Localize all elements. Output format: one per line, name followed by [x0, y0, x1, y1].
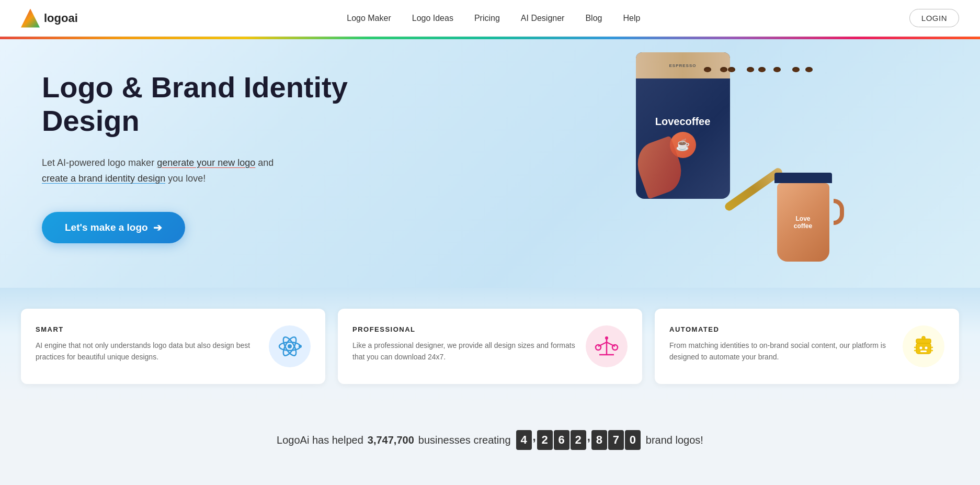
feature-text-automated: AUTOMATED From matching identities to on… — [669, 325, 892, 363]
logo-icon — [21, 9, 40, 28]
hero-desc-suffix: you love! — [165, 173, 206, 184]
nav-link-ai-designer[interactable]: AI Designer — [521, 14, 565, 23]
feature-text-professional: PROFESSIONAL Like a professional designe… — [352, 325, 575, 363]
nav-link-blog[interactable]: Blog — [585, 14, 602, 23]
coffee-cup: Lovecoffee — [772, 173, 835, 277]
stats-middle: businesses creating — [418, 434, 511, 446]
bottom-strips — [0, 475, 980, 485]
cta-arrow-icon: ➔ — [153, 221, 162, 234]
feature-icon-smart — [269, 325, 311, 367]
svg-rect-14 — [925, 346, 928, 349]
digit-4: 4 — [516, 430, 532, 450]
nav-link-help[interactable]: Help — [623, 14, 640, 23]
feature-icon-professional — [586, 325, 628, 367]
digit-2b: 2 — [571, 430, 586, 450]
hero-image: ESPRESSO Lovecoffee ☕ — [490, 37, 980, 288]
stats-main-number: 3,747,700 — [368, 434, 414, 446]
coffee-bean — [720, 67, 727, 72]
nav-link-pricing[interactable]: Pricing — [474, 14, 500, 23]
hero-link-generate[interactable]: generate your new logo — [157, 157, 255, 168]
digit-sep-2: , — [587, 430, 590, 450]
hero-desc-prefix: Let AI-powered logo maker — [42, 157, 157, 168]
logo[interactable]: logoai — [21, 9, 78, 28]
stats-prefix: LogoAi has helped — [277, 434, 363, 446]
cup-body: Lovecoffee — [777, 183, 829, 262]
feature-desc-automated: From matching identities to on-brand soc… — [669, 340, 892, 363]
stats-section: LogoAi has helped 3,747,700 businesses c… — [0, 405, 980, 475]
feature-tag-automated: AUTOMATED — [669, 325, 892, 333]
feature-tag-professional: PROFESSIONAL — [352, 325, 575, 333]
logo-text: logoai — [44, 12, 78, 25]
bag-brand-name: Lovecoffee — [655, 116, 711, 128]
login-button[interactable]: LOGIN — [909, 9, 959, 27]
cup-handle — [834, 199, 844, 225]
nav-links: Logo Maker Logo Ideas Pricing AI Designe… — [347, 14, 640, 23]
coffee-beans — [703, 63, 813, 75]
stats-suffix: brand logos! — [646, 434, 703, 446]
svg-point-4 — [299, 345, 302, 348]
svg-rect-13 — [919, 346, 922, 349]
nav-link-logo-maker[interactable]: Logo Maker — [347, 14, 391, 23]
cta-label: Let's make a logo — [65, 222, 148, 233]
nav-link-logo-ideas[interactable]: Logo Ideas — [412, 14, 453, 23]
feature-text-smart: SMART AI engine that not only understand… — [36, 325, 258, 363]
hero-section: Logo & Brand Identity Design Let AI-powe… — [0, 37, 980, 288]
digit-7: 7 — [608, 430, 624, 450]
hero-content: Logo & Brand Identity Design Let AI-powe… — [42, 71, 397, 243]
digit-8: 8 — [591, 430, 607, 450]
feature-card-automated: AUTOMATED From matching identities to on… — [655, 309, 959, 384]
coffee-bean — [773, 67, 781, 72]
svg-point-9 — [596, 345, 601, 350]
cup-lid — [774, 173, 832, 183]
cup-brand-text: Lovecoffee — [794, 215, 812, 230]
stats-text: LogoAi has helped 3,747,700 businesses c… — [277, 430, 703, 450]
digit-sep-1: , — [533, 430, 536, 450]
svg-point-3 — [288, 344, 292, 348]
feature-desc-professional: Like a professional designer, we provide… — [352, 340, 575, 363]
coffee-scene: ESPRESSO Lovecoffee ☕ — [625, 42, 845, 283]
feature-card-smart: SMART AI engine that not only understand… — [21, 309, 325, 384]
bag-body: Lovecoffee ☕ — [636, 78, 730, 199]
navbar: logoai Logo Maker Logo Ideas Pricing AI … — [0, 0, 980, 37]
digit-6: 6 — [554, 430, 569, 450]
atom-icon — [277, 334, 302, 359]
robot-icon — [911, 334, 936, 359]
hero-link-brand[interactable]: create a brand identity design — [42, 173, 165, 184]
coffee-bean — [728, 67, 735, 72]
coffee-bean — [747, 67, 754, 72]
digit-0: 0 — [625, 430, 641, 450]
digit-2: 2 — [537, 430, 553, 450]
svg-point-18 — [922, 336, 925, 340]
hero-description: Let AI-powered logo maker generate your … — [42, 155, 397, 187]
svg-rect-15 — [920, 351, 927, 352]
feature-card-professional: PROFESSIONAL Like a professional designe… — [338, 309, 642, 384]
feature-tag-smart: SMART — [36, 325, 258, 333]
counter-digits: 4 , 2 6 2 , 8 7 0 — [516, 430, 641, 450]
coffee-bean — [758, 67, 766, 72]
svg-point-11 — [605, 336, 608, 340]
svg-point-10 — [612, 345, 618, 350]
coffee-bean — [792, 67, 800, 72]
feature-desc-smart: AI engine that not only understands logo… — [36, 340, 258, 363]
coffee-bean — [805, 67, 813, 72]
feature-icon-automated — [903, 325, 944, 367]
coffee-bean — [704, 67, 711, 72]
hero-title: Logo & Brand Identity Design — [42, 71, 397, 138]
features-section: SMART AI engine that not only understand… — [0, 288, 980, 405]
hero-desc-middle: and — [255, 157, 274, 168]
scale-icon — [594, 334, 619, 359]
cta-button[interactable]: Let's make a logo ➔ — [42, 212, 185, 243]
